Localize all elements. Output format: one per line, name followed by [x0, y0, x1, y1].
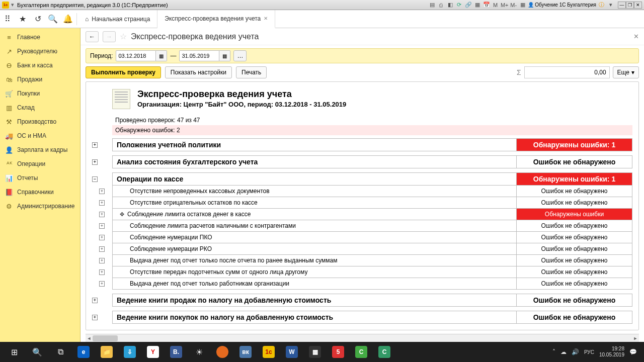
- tb-icon-3[interactable]: ◧: [446, 1, 454, 9]
- tb-refresh-icon[interactable]: ⟳: [455, 1, 463, 9]
- check-row[interactable]: +Отсутствие передач подотчетных сумм от …: [92, 266, 632, 278]
- dropdown-icon[interactable]: ▾: [11, 2, 14, 8]
- tb-dropdown-icon[interactable]: ▾: [607, 1, 614, 9]
- expand-icon[interactable]: +: [92, 159, 98, 165]
- sidebar-item-3[interactable]: 🛍Продажи: [0, 72, 80, 86]
- tab-express-check[interactable]: Экспресс-проверка ведения учета ✕: [157, 10, 275, 28]
- history-icon[interactable]: ↺: [30, 10, 45, 28]
- check-row[interactable]: +Отсутствие непроведенных кассовых докум…: [92, 186, 632, 197]
- sidebar-item-7[interactable]: 🚚ОС и НМА: [0, 129, 80, 143]
- window-minimize-icon[interactable]: —: [618, 2, 626, 9]
- tb-link-icon[interactable]: 🔗: [464, 1, 472, 9]
- task-yandex-icon[interactable]: Y: [142, 342, 164, 362]
- scroll-thumb[interactable]: [93, 335, 118, 341]
- section-row[interactable]: +Ведение книги продаж по налогу на добав…: [92, 294, 632, 307]
- page-close-icon[interactable]: ✕: [633, 33, 639, 40]
- date-to-input[interactable]: [179, 50, 219, 61]
- calendar-to-icon[interactable]: ▦: [219, 50, 230, 61]
- tab-close-icon[interactable]: ✕: [264, 16, 268, 21]
- section-row[interactable]: +Ведение книги покупок по налогу на доба…: [92, 311, 632, 324]
- sidebar-item-2[interactable]: ѲБанк и касса: [0, 58, 80, 72]
- nav-back-button[interactable]: ←: [86, 31, 99, 42]
- expand-icon[interactable]: −: [92, 176, 98, 182]
- expand-icon[interactable]: +: [99, 200, 105, 206]
- print-button[interactable]: Печать: [236, 66, 267, 78]
- task-app-c2-icon[interactable]: C: [373, 342, 395, 362]
- tray-onedrive-icon[interactable]: ☁: [560, 348, 567, 355]
- section-row[interactable]: −Операции по кассеОбнаружены ошибки: 1: [92, 172, 632, 186]
- task-calc-icon[interactable]: ▦: [304, 342, 326, 362]
- expand-icon[interactable]: +: [99, 223, 105, 229]
- calendar-from-icon[interactable]: ▦: [156, 50, 167, 61]
- star-icon[interactable]: ★: [15, 10, 30, 28]
- task-1c-icon[interactable]: 1c: [258, 342, 280, 362]
- task-app5-icon[interactable]: 5: [327, 342, 349, 362]
- check-row[interactable]: +Отсутствие отрицательных остатков по ка…: [92, 197, 632, 209]
- task-word-icon[interactable]: W: [281, 342, 303, 362]
- expand-icon[interactable]: +: [92, 298, 98, 303]
- check-row[interactable]: +Соблюдение нумерации ПКООшибок не обнар…: [92, 232, 632, 243]
- tb-m-plus[interactable]: M+: [501, 1, 508, 9]
- section-row[interactable]: +Анализ состояния бухгалтерского учетаОш…: [92, 155, 632, 168]
- tb-calc-icon[interactable]: ▦: [473, 1, 481, 9]
- period-more-button[interactable]: …: [233, 50, 247, 61]
- search-icon[interactable]: 🔍: [45, 10, 60, 28]
- sidebar-item-5[interactable]: ▥Склад: [0, 101, 80, 115]
- task-explorer-icon[interactable]: 📁: [96, 342, 118, 362]
- expand-icon[interactable]: +: [99, 269, 105, 275]
- sidebar-item-10[interactable]: 📊Отчеты: [0, 171, 80, 185]
- tb-help-icon[interactable]: ⓘ: [598, 1, 605, 9]
- task-firefox-icon[interactable]: [211, 342, 233, 362]
- tb-m-minus[interactable]: M-: [510, 1, 517, 9]
- task-edge-icon[interactable]: e: [72, 342, 95, 362]
- check-row[interactable]: +Выдача денег под отчет только работника…: [92, 278, 632, 290]
- task-vk-icon[interactable]: вк: [234, 342, 257, 362]
- task-app-c1-icon[interactable]: C: [350, 342, 372, 362]
- run-check-button[interactable]: Выполнить проверку: [86, 66, 161, 78]
- task-view-icon[interactable]: ⧉: [49, 342, 71, 362]
- date-from-input[interactable]: [116, 50, 156, 61]
- sidebar-item-11[interactable]: 📕Справочники: [0, 185, 80, 199]
- tray-clock[interactable]: 19:28 10.05.2019: [599, 346, 624, 358]
- check-row[interactable]: +Соблюдение лимита расчетов наличными с …: [92, 220, 632, 232]
- expand-icon[interactable]: +: [92, 142, 98, 148]
- apps-icon[interactable]: ⠿: [0, 10, 15, 28]
- window-maximize-icon[interactable]: ❐: [626, 2, 634, 9]
- sidebar-item-9[interactable]: ᴬᴷОперации: [0, 157, 80, 171]
- tb-print-icon[interactable]: ⎙: [437, 1, 445, 9]
- window-close-icon[interactable]: ✕: [634, 2, 642, 9]
- scroll-right-icon[interactable]: ►: [632, 334, 639, 342]
- tray-lang[interactable]: РУС: [584, 349, 594, 355]
- sidebar-item-4[interactable]: 🛒Покупки: [0, 86, 80, 101]
- tray-volume-icon[interactable]: 🔊: [572, 348, 579, 355]
- show-settings-button[interactable]: Показать настройки: [165, 66, 232, 78]
- favorite-star-icon[interactable]: ☆: [120, 32, 127, 41]
- tb-user[interactable]: 👤Обучение 1С Бухгалтерия: [528, 2, 596, 8]
- sum-field[interactable]: [524, 66, 610, 78]
- section-row[interactable]: +Положения учетной политикиОбнаружены ош…: [92, 138, 632, 151]
- expand-icon[interactable]: +: [99, 281, 105, 287]
- start-button[interactable]: ⊞: [3, 342, 25, 362]
- check-row[interactable]: +Выдача денег под отчет только после отч…: [92, 255, 632, 266]
- sidebar-item-6[interactable]: ⚒Производство: [0, 115, 80, 129]
- sidebar-item-12[interactable]: ⚙Администрирование: [0, 199, 80, 213]
- nav-forward-button[interactable]: →: [103, 31, 116, 42]
- expand-icon[interactable]: +: [99, 235, 105, 240]
- tb-grid-icon[interactable]: ▦: [519, 1, 526, 9]
- tb-icon-1[interactable]: ▤: [428, 1, 436, 9]
- expand-icon[interactable]: +: [99, 189, 105, 194]
- expand-icon[interactable]: +: [99, 246, 105, 252]
- sidebar-item-1[interactable]: ↗Руководителю: [0, 44, 80, 58]
- check-row[interactable]: +Соблюдение нумерации РКООшибок не обнар…: [92, 243, 632, 255]
- bell-icon[interactable]: 🔔: [60, 10, 75, 28]
- task-weather-icon[interactable]: ☀: [188, 342, 210, 362]
- task-vk-b-icon[interactable]: В.: [165, 342, 187, 362]
- check-row[interactable]: +✥Соблюдение лимита остатков денег в кас…: [92, 209, 632, 220]
- more-button[interactable]: Еще▾: [613, 66, 639, 78]
- task-search-icon[interactable]: 🔍: [26, 342, 48, 362]
- tb-calendar-icon[interactable]: 📅: [482, 1, 490, 9]
- expand-icon[interactable]: +: [92, 315, 98, 320]
- sidebar-item-0[interactable]: ≡Главное: [0, 30, 80, 44]
- tb-m[interactable]: M: [492, 1, 499, 9]
- tray-notifications-icon[interactable]: 💬: [629, 348, 637, 355]
